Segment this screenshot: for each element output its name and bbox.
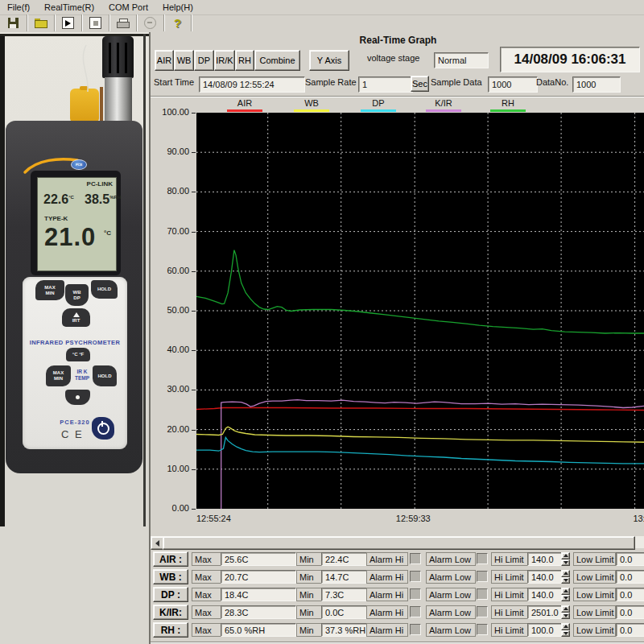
legend-kir: K/IR xyxy=(418,98,469,112)
sec-button[interactable]: Sec xyxy=(411,76,429,92)
wb-hi-limit-input[interactable]: 140.0 xyxy=(527,570,566,584)
min-label: Min xyxy=(296,588,322,601)
legend-kir-colorbar xyxy=(426,109,461,112)
spin-down-icon[interactable] xyxy=(561,577,570,584)
kir-low-limit-input[interactable]: 0.0 xyxy=(616,605,644,619)
realtime-graph-panel: Real-Time Graph AIR WB DP IR/K RH Combin… xyxy=(149,32,644,644)
air-alarm-low-checkbox[interactable] xyxy=(477,553,488,564)
save-button[interactable] xyxy=(0,14,27,31)
spin-down-icon[interactable] xyxy=(561,613,570,620)
legend-wb-colorbar xyxy=(294,109,329,112)
stop-icon xyxy=(89,17,101,29)
y-tick-label: 60.00 xyxy=(151,266,189,275)
spin-up-icon[interactable] xyxy=(561,605,570,613)
rh-low-limit-input[interactable]: 0.0 xyxy=(616,623,644,637)
dp-alarm-low-checkbox[interactable] xyxy=(477,588,488,600)
spin-up-icon[interactable] xyxy=(561,588,570,595)
row-button-wb[interactable]: WB : xyxy=(153,569,188,584)
y-tick-label: 80.00 xyxy=(151,186,189,196)
open-button[interactable] xyxy=(27,14,55,31)
dp-low-limit-input[interactable]: 0.0 xyxy=(616,588,644,601)
alarm-low-label: Alarm Low xyxy=(426,605,476,619)
kir-alarm-low-checkbox[interactable] xyxy=(477,606,488,617)
spin-up-icon[interactable] xyxy=(561,552,570,559)
wb-alarm-hi-checkbox[interactable] xyxy=(410,571,421,582)
spin-down-icon[interactable] xyxy=(561,559,570,567)
series-toggle-irk[interactable]: IR/K xyxy=(214,50,235,71)
air-hi-limit-input[interactable]: 140.0 xyxy=(527,552,566,566)
alarm-hi-label: Alarm Hi xyxy=(366,588,408,601)
data-no-value: 1000 xyxy=(572,76,621,93)
row-button-kir[interactable]: K/IR: xyxy=(153,605,188,620)
x-tick-label: 12:59:33 xyxy=(396,514,431,523)
kir-alarm-hi-checkbox[interactable] xyxy=(410,606,421,617)
kir-min-value: 0.0C xyxy=(321,605,368,619)
max-label: Max xyxy=(192,552,221,566)
hi-limit-label: Hi Limit xyxy=(491,623,528,637)
spin-down-icon[interactable] xyxy=(561,595,570,602)
menu-item-file[interactable]: File(f) xyxy=(0,1,37,14)
help-icon: ? xyxy=(174,16,181,30)
series-line-kir xyxy=(221,400,644,509)
dp-hi-limit-input[interactable]: 140.0 xyxy=(527,588,566,601)
help-button[interactable]: ? xyxy=(164,14,192,31)
rh-hi-limit-spinner[interactable] xyxy=(561,623,570,637)
series-toggle-wb[interactable]: WB xyxy=(174,50,194,71)
air-low-limit-input[interactable]: 0.0 xyxy=(616,552,644,566)
wb-alarm-low-checkbox[interactable] xyxy=(477,571,488,582)
legend-air: AIR xyxy=(219,98,270,112)
y-tick-label: 30.00 xyxy=(151,384,189,394)
kir-hi-limit-input[interactable]: 2501.0 xyxy=(527,605,566,619)
lcd-sensor-type: TYPE-K xyxy=(44,215,68,222)
dp-hi-limit-spinner[interactable] xyxy=(561,588,570,601)
legend-dp-colorbar xyxy=(361,109,396,112)
print-button[interactable] xyxy=(109,14,137,31)
row-button-rh[interactable]: RH : xyxy=(153,622,188,638)
series-toggle-air[interactable]: AIR xyxy=(155,50,174,71)
series-toggle-rh[interactable]: RH xyxy=(235,50,254,71)
spin-down-icon[interactable] xyxy=(561,630,570,638)
row-button-air[interactable]: AIR : xyxy=(153,551,188,567)
scrollbar-thumb[interactable] xyxy=(163,536,635,550)
start-button[interactable] xyxy=(55,14,82,31)
plot-area xyxy=(196,113,644,509)
sample-rate-input[interactable]: 1 xyxy=(358,76,413,93)
disconnect-button[interactable] xyxy=(137,14,164,31)
hi-limit-label: Hi Limit xyxy=(491,552,528,566)
low-limit-label: Low Limit xyxy=(573,588,616,601)
y-tick-label: 100.00 xyxy=(151,107,189,117)
menu-item-help[interactable]: Help(H) xyxy=(155,1,200,14)
row-button-dp[interactable]: DP : xyxy=(153,587,188,602)
x-tick-label: 13:0 xyxy=(633,514,644,523)
sample-rate-label: Sample Rate xyxy=(305,77,357,87)
rh-alarm-low-checkbox[interactable] xyxy=(477,624,488,635)
y-tick-mark xyxy=(192,350,196,351)
dp-alarm-hi-checkbox[interactable] xyxy=(410,588,421,600)
wb-low-limit-input[interactable]: 0.0 xyxy=(616,570,644,584)
stop-button[interactable] xyxy=(82,14,109,31)
lcd-status: PC-LINK xyxy=(87,180,113,188)
table-row-wb: WB : Max 20.7C Min 14.7C Alarm Hi Alarm … xyxy=(151,568,644,586)
lcd-temp: 22.6°C xyxy=(43,192,74,207)
device-irk-label: IR KTEMP xyxy=(71,369,93,382)
spin-up-icon[interactable] xyxy=(561,570,570,577)
air-hi-limit-spinner[interactable] xyxy=(561,552,570,566)
y-tick-label: 50.00 xyxy=(151,305,189,315)
rh-alarm-hi-checkbox[interactable] xyxy=(410,624,421,635)
device-photo-pane: PCE PC-LINK 22.6°C 38.5%RH TYPE-K 21.0 °… xyxy=(0,32,149,644)
device-hold-button: HOLD xyxy=(91,280,118,299)
y-axis-button[interactable]: Y Axis xyxy=(309,50,349,71)
toolbar: ? xyxy=(0,14,644,33)
alarm-low-label: Alarm Low xyxy=(426,623,476,637)
combine-button[interactable]: Combine xyxy=(254,50,300,71)
series-toggle-dp[interactable]: DP xyxy=(194,50,214,71)
menu-bar: File(f) RealTime(R) COM Port Help(H) xyxy=(0,0,644,15)
x-scrollbar[interactable] xyxy=(151,536,644,548)
wb-hi-limit-spinner[interactable] xyxy=(561,570,570,584)
rh-hi-limit-input[interactable]: 100.0 xyxy=(527,623,566,637)
air-alarm-hi-checkbox[interactable] xyxy=(410,553,421,564)
menu-item-comport[interactable]: COM Port xyxy=(101,1,155,14)
kir-hi-limit-spinner[interactable] xyxy=(561,605,570,619)
menu-item-realtime[interactable]: RealTime(R) xyxy=(37,1,101,14)
spin-up-icon[interactable] xyxy=(561,623,570,630)
